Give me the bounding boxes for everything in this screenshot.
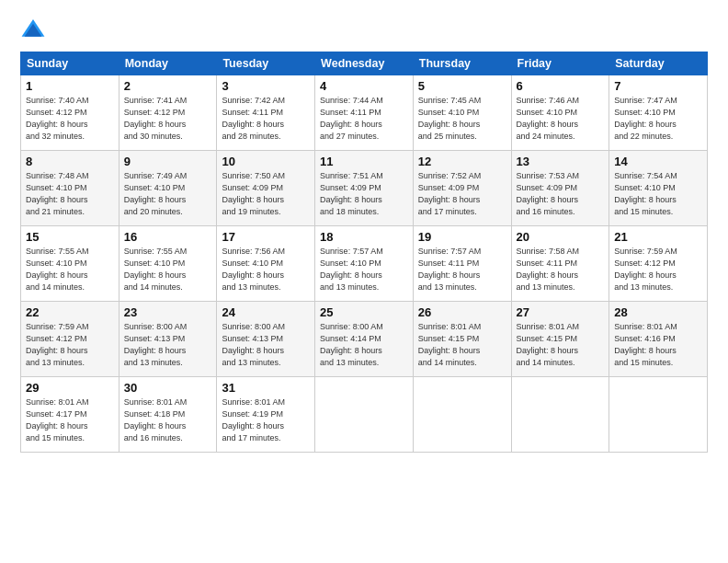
page: SundayMondayTuesdayWednesdayThursdayFrid… bbox=[0, 0, 728, 563]
day-cell: 12Sunrise: 7:52 AMSunset: 4:09 PMDayligh… bbox=[413, 151, 511, 226]
day-info: Sunrise: 8:01 AMSunset: 4:18 PMDaylight:… bbox=[124, 396, 212, 444]
day-info: Sunrise: 7:59 AMSunset: 4:12 PMDaylight:… bbox=[614, 246, 702, 293]
day-info: Sunrise: 7:41 AMSunset: 4:12 PMDaylight:… bbox=[124, 95, 212, 143]
day-cell: 1Sunrise: 7:40 AMSunset: 4:12 PMDaylight… bbox=[21, 75, 119, 151]
day-cell: 29Sunrise: 8:01 AMSunset: 4:17 PMDayligh… bbox=[21, 377, 119, 453]
day-number: 13 bbox=[517, 155, 605, 168]
day-number: 27 bbox=[517, 305, 605, 319]
day-cell: 22Sunrise: 7:59 AMSunset: 4:12 PMDayligh… bbox=[21, 302, 119, 377]
day-number: 2 bbox=[124, 79, 212, 93]
header-thursday: Thursday bbox=[413, 52, 511, 75]
day-cell: 27Sunrise: 8:01 AMSunset: 4:15 PMDayligh… bbox=[511, 302, 609, 377]
header-monday: Monday bbox=[119, 52, 217, 75]
day-info: Sunrise: 7:57 AMSunset: 4:10 PMDaylight:… bbox=[320, 246, 408, 293]
day-info: Sunrise: 7:42 AMSunset: 4:11 PMDaylight:… bbox=[222, 95, 310, 143]
day-cell: 14Sunrise: 7:54 AMSunset: 4:10 PMDayligh… bbox=[609, 151, 708, 226]
day-cell: 26Sunrise: 8:01 AMSunset: 4:15 PMDayligh… bbox=[413, 302, 511, 377]
day-number: 6 bbox=[517, 79, 605, 93]
day-number: 24 bbox=[222, 305, 310, 319]
day-cell: 6Sunrise: 7:46 AMSunset: 4:10 PMDaylight… bbox=[511, 75, 609, 151]
day-info: Sunrise: 7:40 AMSunset: 4:12 PMDaylight:… bbox=[26, 95, 114, 143]
calendar-table: SundayMondayTuesdayWednesdayThursdayFrid… bbox=[20, 52, 708, 453]
day-number: 1 bbox=[26, 79, 114, 93]
day-info: Sunrise: 8:01 AMSunset: 4:15 PMDaylight:… bbox=[418, 321, 506, 369]
day-cell bbox=[315, 377, 414, 453]
day-info: Sunrise: 7:48 AMSunset: 4:10 PMDaylight:… bbox=[26, 170, 114, 218]
day-info: Sunrise: 7:47 AMSunset: 4:10 PMDaylight:… bbox=[614, 95, 702, 143]
week-row-4: 22Sunrise: 7:59 AMSunset: 4:12 PMDayligh… bbox=[21, 302, 708, 377]
week-row-3: 15Sunrise: 7:55 AMSunset: 4:10 PMDayligh… bbox=[21, 226, 708, 302]
day-cell: 24Sunrise: 8:00 AMSunset: 4:13 PMDayligh… bbox=[217, 302, 315, 377]
day-cell: 19Sunrise: 7:57 AMSunset: 4:11 PMDayligh… bbox=[413, 226, 511, 302]
day-cell: 18Sunrise: 7:57 AMSunset: 4:10 PMDayligh… bbox=[315, 226, 414, 302]
day-info: Sunrise: 7:56 AMSunset: 4:10 PMDaylight:… bbox=[222, 246, 310, 293]
day-info: Sunrise: 7:58 AMSunset: 4:11 PMDaylight:… bbox=[517, 246, 605, 293]
day-info: Sunrise: 7:50 AMSunset: 4:09 PMDaylight:… bbox=[222, 170, 310, 218]
day-info: Sunrise: 8:01 AMSunset: 4:16 PMDaylight:… bbox=[614, 321, 702, 369]
day-number: 4 bbox=[320, 79, 408, 93]
day-info: Sunrise: 8:00 AMSunset: 4:13 PMDaylight:… bbox=[222, 321, 310, 369]
day-cell: 17Sunrise: 7:56 AMSunset: 4:10 PMDayligh… bbox=[217, 226, 315, 302]
day-cell: 23Sunrise: 8:00 AMSunset: 4:13 PMDayligh… bbox=[119, 302, 217, 377]
day-cell: 4Sunrise: 7:44 AMSunset: 4:11 PMDaylight… bbox=[315, 75, 414, 151]
day-number: 15 bbox=[26, 230, 114, 244]
day-cell: 16Sunrise: 7:55 AMSunset: 4:10 PMDayligh… bbox=[119, 226, 217, 302]
day-info: Sunrise: 7:53 AMSunset: 4:09 PMDaylight:… bbox=[517, 170, 605, 218]
day-number: 19 bbox=[418, 230, 506, 244]
day-number: 14 bbox=[614, 155, 702, 168]
day-number: 25 bbox=[320, 305, 408, 319]
day-cell bbox=[511, 377, 609, 453]
logo bbox=[20, 17, 48, 42]
day-number: 21 bbox=[614, 230, 702, 244]
day-info: Sunrise: 7:57 AMSunset: 4:11 PMDaylight:… bbox=[418, 246, 506, 293]
day-info: Sunrise: 7:59 AMSunset: 4:12 PMDaylight:… bbox=[26, 321, 114, 369]
header-row: SundayMondayTuesdayWednesdayThursdayFrid… bbox=[21, 52, 708, 75]
day-number: 9 bbox=[124, 155, 212, 168]
day-cell: 20Sunrise: 7:58 AMSunset: 4:11 PMDayligh… bbox=[511, 226, 609, 302]
day-number: 12 bbox=[418, 155, 506, 168]
day-cell: 2Sunrise: 7:41 AMSunset: 4:12 PMDaylight… bbox=[119, 75, 217, 151]
day-number: 5 bbox=[418, 79, 506, 93]
day-cell: 9Sunrise: 7:49 AMSunset: 4:10 PMDaylight… bbox=[119, 151, 217, 226]
week-row-2: 8Sunrise: 7:48 AMSunset: 4:10 PMDaylight… bbox=[21, 151, 708, 226]
day-number: 26 bbox=[418, 305, 506, 319]
day-cell: 11Sunrise: 7:51 AMSunset: 4:09 PMDayligh… bbox=[315, 151, 414, 226]
day-cell: 15Sunrise: 7:55 AMSunset: 4:10 PMDayligh… bbox=[21, 226, 119, 302]
header-wednesday: Wednesday bbox=[315, 52, 414, 75]
day-cell: 21Sunrise: 7:59 AMSunset: 4:12 PMDayligh… bbox=[609, 226, 708, 302]
day-info: Sunrise: 7:54 AMSunset: 4:10 PMDaylight:… bbox=[614, 170, 702, 218]
day-number: 22 bbox=[26, 305, 114, 319]
day-cell bbox=[413, 377, 511, 453]
day-cell: 10Sunrise: 7:50 AMSunset: 4:09 PMDayligh… bbox=[217, 151, 315, 226]
day-cell: 3Sunrise: 7:42 AMSunset: 4:11 PMDaylight… bbox=[217, 75, 315, 151]
day-number: 17 bbox=[222, 230, 310, 244]
day-info: Sunrise: 7:49 AMSunset: 4:10 PMDaylight:… bbox=[124, 170, 212, 218]
header-saturday: Saturday bbox=[609, 52, 708, 75]
header-sunday: Sunday bbox=[21, 52, 119, 75]
day-info: Sunrise: 7:46 AMSunset: 4:10 PMDaylight:… bbox=[517, 95, 605, 143]
day-info: Sunrise: 7:55 AMSunset: 4:10 PMDaylight:… bbox=[124, 246, 212, 293]
day-cell: 13Sunrise: 7:53 AMSunset: 4:09 PMDayligh… bbox=[511, 151, 609, 226]
day-number: 28 bbox=[614, 305, 702, 319]
day-number: 18 bbox=[320, 230, 408, 244]
day-info: Sunrise: 8:00 AMSunset: 4:14 PMDaylight:… bbox=[320, 321, 408, 369]
day-cell: 8Sunrise: 7:48 AMSunset: 4:10 PMDaylight… bbox=[21, 151, 119, 226]
header-friday: Friday bbox=[511, 52, 609, 75]
day-number: 31 bbox=[222, 381, 310, 395]
day-cell: 28Sunrise: 8:01 AMSunset: 4:16 PMDayligh… bbox=[609, 302, 708, 377]
day-info: Sunrise: 7:44 AMSunset: 4:11 PMDaylight:… bbox=[320, 95, 408, 143]
day-number: 11 bbox=[320, 155, 408, 168]
day-number: 23 bbox=[124, 305, 212, 319]
day-info: Sunrise: 7:55 AMSunset: 4:10 PMDaylight:… bbox=[26, 246, 114, 293]
day-cell: 25Sunrise: 8:00 AMSunset: 4:14 PMDayligh… bbox=[315, 302, 414, 377]
header-tuesday: Tuesday bbox=[217, 52, 315, 75]
logo-icon bbox=[20, 17, 46, 42]
top-area bbox=[20, 17, 708, 42]
day-info: Sunrise: 7:45 AMSunset: 4:10 PMDaylight:… bbox=[418, 95, 506, 143]
day-info: Sunrise: 8:01 AMSunset: 4:19 PMDaylight:… bbox=[222, 396, 310, 444]
day-cell: 30Sunrise: 8:01 AMSunset: 4:18 PMDayligh… bbox=[119, 377, 217, 453]
day-number: 30 bbox=[124, 381, 212, 395]
day-cell: 7Sunrise: 7:47 AMSunset: 4:10 PMDaylight… bbox=[609, 75, 708, 151]
day-info: Sunrise: 7:51 AMSunset: 4:09 PMDaylight:… bbox=[320, 170, 408, 218]
day-number: 8 bbox=[26, 155, 114, 168]
